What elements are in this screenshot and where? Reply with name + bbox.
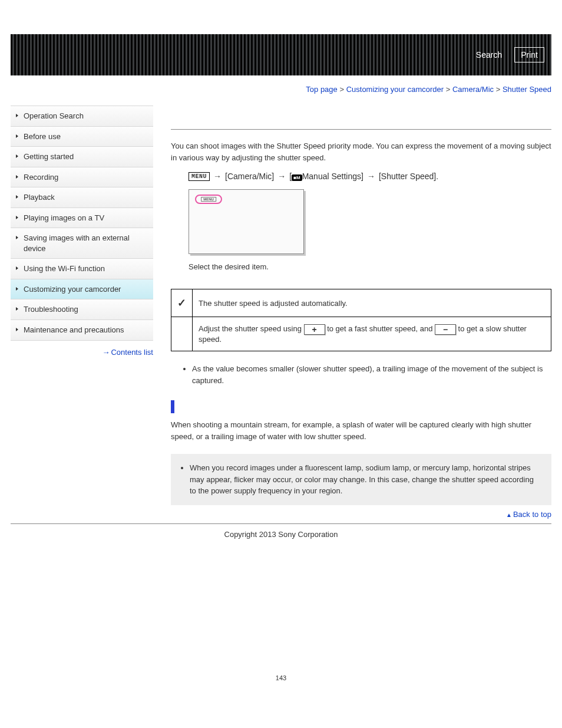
back-to-top-link[interactable]: ▲Back to top <box>171 510 551 519</box>
breadcrumb-sep: > <box>496 85 501 94</box>
arrow-right-icon: → <box>367 172 375 181</box>
print-button[interactable]: Print <box>514 47 544 62</box>
section-divider <box>171 129 551 130</box>
nav-maintenance[interactable]: Maintenance and precautions <box>11 320 153 341</box>
sidebar: Operation Search Before use Getting star… <box>11 106 153 521</box>
main-content: You can shoot images with the Shutter Sp… <box>171 106 551 521</box>
nav-getting-started[interactable]: Getting started <box>11 147 153 167</box>
path-camera-mic: [Camera/Mic] <box>225 172 274 181</box>
manual-settings-icon: ■M <box>292 174 302 181</box>
breadcrumb: Top page > Customizing your camcorder > … <box>11 85 551 94</box>
nav-recording[interactable]: Recording <box>11 167 153 188</box>
menu-button-icon: MENU <box>189 172 210 181</box>
nav-operation-search[interactable]: Operation Search <box>11 106 153 127</box>
header-bar: Search Print <box>11 34 551 75</box>
check-icon: ✓ <box>171 289 193 317</box>
notes-box: When you record images under a fluoresce… <box>171 454 551 505</box>
options-table: ✓ The shutter speed is adjusted automati… <box>171 289 551 351</box>
breadcrumb-sep: > <box>339 85 344 94</box>
plus-button-icon: + <box>304 324 325 335</box>
nav-playback[interactable]: Playback <box>11 187 153 208</box>
nav-troubleshooting[interactable]: Troubleshooting <box>11 299 153 320</box>
nav-playing-tv[interactable]: Playing images on a TV <box>11 208 153 229</box>
search-button[interactable]: Search <box>470 47 508 62</box>
manual-cell <box>171 317 193 351</box>
copyright-text: Copyright 2013 Sony Corporation <box>11 530 551 539</box>
arrow-right-icon: → <box>102 348 110 357</box>
triangle-up-icon: ▲ <box>506 512 512 518</box>
contents-list-link[interactable]: →Contents list <box>11 348 153 357</box>
breadcrumb-shutter-speed[interactable]: Shutter Speed <box>503 85 551 94</box>
nav-saving-external[interactable]: Saving images with an external device <box>11 228 153 259</box>
manual-description: Adjust the shutter speed using + to get … <box>193 317 551 351</box>
bullet-trailing-image: As the value becomes smaller (slower shu… <box>192 363 551 386</box>
page-number: 143 <box>11 674 551 681</box>
nav-before-use[interactable]: Before use <box>11 127 153 147</box>
table-row: ✓ The shutter speed is adjusted automati… <box>171 289 551 317</box>
intro-text: You can shoot images with the Shutter Sp… <box>171 140 551 163</box>
table-row: Adjust the shutter speed using + to get … <box>171 317 551 351</box>
nav-list: Operation Search Before use Getting star… <box>11 106 153 341</box>
note-fluorescent: When you record images under a fluoresce… <box>190 462 542 497</box>
hint-body: When shooting a mountain stream, for exa… <box>171 419 551 442</box>
auto-description: The shutter speed is adjusted automatica… <box>193 289 551 317</box>
arrow-right-icon: → <box>277 172 286 181</box>
nav-wifi[interactable]: Using the Wi-Fi function <box>11 259 153 279</box>
menu-path: MENU → [Camera/Mic] → [■MManual Settings… <box>189 172 551 181</box>
minus-button-icon: − <box>435 324 456 335</box>
breadcrumb-customizing[interactable]: Customizing your camcorder <box>346 85 444 94</box>
menu-highlight <box>195 195 222 204</box>
path-shutter-speed: [Shutter Speed]. <box>379 172 438 181</box>
path-manual-settings: [■MManual Settings] <box>289 172 363 181</box>
arrow-right-icon: → <box>213 172 222 181</box>
hint-marker-icon <box>171 400 174 413</box>
bullet-list: As the value becomes smaller (slower shu… <box>171 363 551 386</box>
nav-customizing[interactable]: Customizing your camcorder <box>11 279 153 300</box>
breadcrumb-top[interactable]: Top page <box>306 85 338 94</box>
footer-divider <box>11 523 551 524</box>
select-caption: Select the desired item. <box>189 262 551 271</box>
lcd-screenshot <box>189 189 304 254</box>
breadcrumb-camera-mic[interactable]: Camera/Mic <box>452 85 494 94</box>
breadcrumb-sep: > <box>446 85 451 94</box>
